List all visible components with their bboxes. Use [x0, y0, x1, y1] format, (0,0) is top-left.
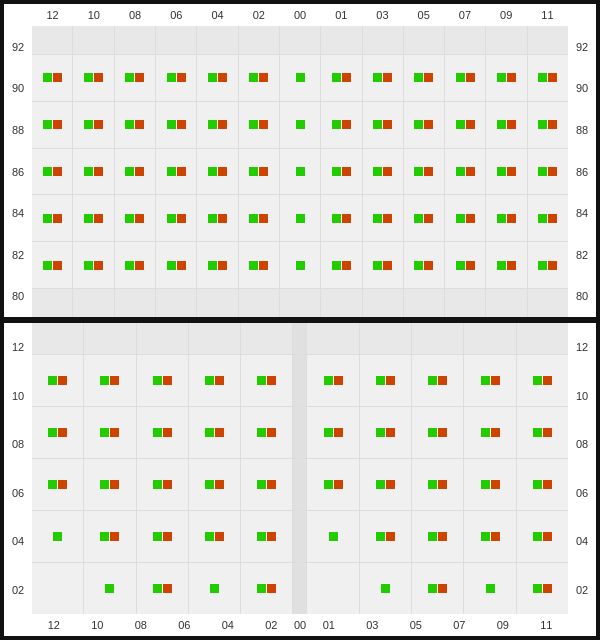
cell-r92-c1 — [32, 26, 73, 54]
cell-84-07 — [445, 195, 486, 241]
cell-p2-06-gap — [293, 459, 307, 510]
cell-p2-10-07 — [464, 355, 516, 406]
cell-84-12 — [32, 195, 73, 241]
corner-bl — [4, 614, 32, 636]
cell-p2-04-07 — [464, 511, 516, 562]
cell-86-07 — [445, 149, 486, 195]
corner-tl — [4, 4, 32, 26]
cell-84-11 — [528, 195, 568, 241]
x-label-b-11: 11 — [525, 614, 569, 636]
grid-row-p2-10 — [32, 355, 568, 407]
grid-row-82 — [32, 242, 568, 289]
cell-p2-10-12 — [32, 355, 84, 406]
y-label-p2-10: 10 — [4, 372, 32, 421]
cell-p2-04-01 — [307, 511, 359, 562]
cell-82-04 — [197, 242, 238, 288]
grid-panel1 — [32, 26, 568, 317]
cell-80-c5 — [197, 289, 238, 317]
x-label-b-08: 08 — [119, 614, 163, 636]
cell-p2-02-06 — [189, 563, 241, 614]
cell-p2-12-c2 — [84, 323, 136, 354]
cell-p2-12-c10 — [517, 323, 568, 354]
cell-p2-02-05 — [412, 563, 464, 614]
x-label-b-04: 04 — [206, 614, 250, 636]
y-label-right-88: 88 — [568, 109, 596, 151]
x-label-00: 00 — [279, 4, 320, 26]
x-label-11: 11 — [527, 4, 568, 26]
cell-p2-04-12 — [32, 511, 84, 562]
cell-88-05 — [404, 102, 445, 148]
y-label-right-86: 86 — [568, 151, 596, 193]
cell-p2-08-04 — [241, 407, 293, 458]
y-label-84: 84 — [4, 192, 32, 234]
cell-p2-04-05 — [412, 511, 464, 562]
grid-row-84 — [32, 195, 568, 242]
cell-r92-c4 — [156, 26, 197, 54]
y-axis-right: 92 90 88 86 84 82 80 — [568, 26, 596, 317]
cell-p2-08-03 — [360, 407, 412, 458]
y-axis-right-p2: 12 10 08 06 04 02 — [568, 323, 596, 614]
x-label-04: 04 — [197, 4, 238, 26]
cell-80-c9 — [363, 289, 404, 317]
grid-row-80 — [32, 289, 568, 317]
y-label-right-84: 84 — [568, 192, 596, 234]
y-axis-left-p2: 12 10 08 06 04 02 — [4, 323, 32, 614]
y-label-p2-08: 08 — [4, 420, 32, 469]
cell-p2-06-09 — [517, 459, 568, 510]
cell-p2-04-gap — [293, 511, 307, 562]
y-label-right-p2-12: 12 — [568, 323, 596, 372]
grid-row-88 — [32, 102, 568, 149]
cell-90-04 — [197, 55, 238, 101]
cell-88-09 — [486, 102, 527, 148]
cell-p2-02-08 — [137, 563, 189, 614]
cell-84-08 — [115, 195, 156, 241]
cell-82-09 — [486, 242, 527, 288]
cell-80-c11 — [445, 289, 486, 317]
cell-82-03 — [363, 242, 404, 288]
x-label-10: 10 — [73, 4, 114, 26]
cell-88-02 — [239, 102, 280, 148]
y-label-92: 92 — [4, 26, 32, 68]
cell-88-10 — [73, 102, 114, 148]
cell-88-04 — [197, 102, 238, 148]
cell-p2-10-06 — [189, 355, 241, 406]
x-label-03: 03 — [362, 4, 403, 26]
cell-r92-c9 — [363, 26, 404, 54]
corner-tr — [568, 4, 596, 26]
cell-r92-c13 — [528, 26, 568, 54]
cell-p2-12-c6 — [307, 323, 359, 354]
cell-84-00 — [280, 195, 321, 241]
x-label-b-01: 01 — [307, 614, 351, 636]
cell-84-05 — [404, 195, 445, 241]
y-label-right-90: 90 — [568, 68, 596, 110]
cell-90-05 — [404, 55, 445, 101]
x-label-b-12: 12 — [32, 614, 76, 636]
cell-p2-06-04 — [241, 459, 293, 510]
cell-88-08 — [115, 102, 156, 148]
cell-p2-12-c1 — [32, 323, 84, 354]
y-label-right-82: 82 — [568, 234, 596, 276]
cell-p2-12-c3 — [137, 323, 189, 354]
cell-86-04 — [197, 149, 238, 195]
cell-86-02 — [239, 149, 280, 195]
corner-br — [568, 614, 596, 636]
cell-p2-10-05 — [412, 355, 464, 406]
x-label-b-00: 00 — [293, 614, 307, 636]
cell-p2-04-08 — [137, 511, 189, 562]
cell-r92-c7 — [280, 26, 321, 54]
bottom-panel: 12 10 08 06 04 02 — [4, 323, 596, 636]
x-label-b-03: 03 — [351, 614, 395, 636]
cell-86-11 — [528, 149, 568, 195]
y-label-right-p2-10: 10 — [568, 372, 596, 421]
grid-row-p2-12 — [32, 323, 568, 355]
y-label-p2-06: 06 — [4, 469, 32, 518]
cell-p2-04-04 — [241, 511, 293, 562]
cell-p2-12-c4 — [189, 323, 241, 354]
cell-80-c7 — [280, 289, 321, 317]
y-label-80: 80 — [4, 275, 32, 317]
cell-82-12 — [32, 242, 73, 288]
cell-p2-10-09 — [517, 355, 568, 406]
cell-90-09 — [486, 55, 527, 101]
cell-p2-08-05 — [412, 407, 464, 458]
cell-p2-06-01 — [307, 459, 359, 510]
